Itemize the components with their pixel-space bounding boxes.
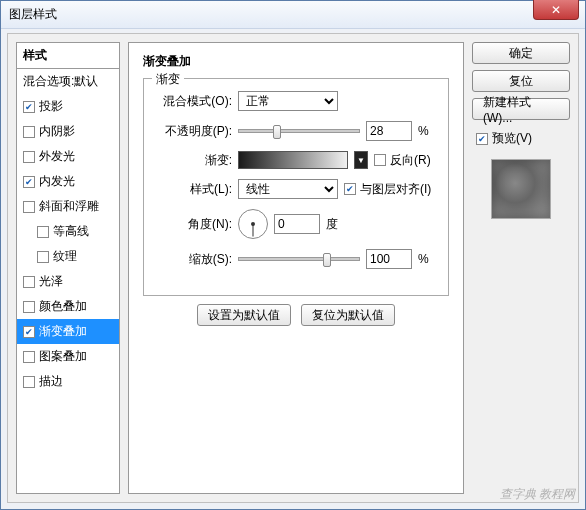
style-checkbox[interactable] <box>37 226 49 238</box>
scale-label: 缩放(S): <box>154 251 232 268</box>
window-title: 图层样式 <box>9 6 57 23</box>
style-item-11[interactable]: 描边 <box>17 369 119 394</box>
style-item-3[interactable]: 内发光 <box>17 169 119 194</box>
style-item-4[interactable]: 斜面和浮雕 <box>17 194 119 219</box>
style-item-8[interactable]: 颜色叠加 <box>17 294 119 319</box>
style-checkbox[interactable] <box>23 376 35 388</box>
angle-input[interactable] <box>274 214 320 234</box>
style-item-label: 等高线 <box>53 223 89 240</box>
gradient-group: 渐变 混合模式(O): 正常 不透明度(P): % 渐变: ▼ <box>143 78 449 296</box>
style-item-label: 渐变叠加 <box>39 323 87 340</box>
style-checkbox[interactable] <box>23 276 35 288</box>
angle-row: 角度(N): 度 <box>154 209 438 239</box>
panel-title: 渐变叠加 <box>143 53 449 70</box>
style-item-9[interactable]: 渐变叠加 <box>17 319 119 344</box>
style-item-label: 斜面和浮雕 <box>39 198 99 215</box>
reverse-checkbox-wrap[interactable]: 反向(R) <box>374 152 431 169</box>
align-label: 与图层对齐(I) <box>360 181 431 198</box>
gradient-group-legend: 渐变 <box>152 71 184 88</box>
gradient-style-select[interactable]: 线性 <box>238 179 338 199</box>
style-item-label: 光泽 <box>39 273 63 290</box>
opacity-unit: % <box>418 124 438 138</box>
styles-panel: 样式 混合选项:默认 投影内阴影外发光内发光斜面和浮雕等高线纹理光泽颜色叠加渐变… <box>16 42 120 494</box>
blend-mode-select[interactable]: 正常 <box>238 91 338 111</box>
right-panel: 确定 复位 新建样式(W)... 预览(V) <box>472 42 570 494</box>
scale-unit: % <box>418 252 438 266</box>
angle-dot-icon <box>251 222 255 226</box>
gradient-dropdown-button[interactable]: ▼ <box>354 151 368 169</box>
angle-unit: 度 <box>326 216 338 233</box>
reverse-checkbox[interactable] <box>374 154 386 166</box>
preview-thumbnail <box>491 159 551 219</box>
angle-label: 角度(N): <box>154 216 232 233</box>
gradient-overlay-panel: 渐变叠加 渐变 混合模式(O): 正常 不透明度(P): % 渐变: <box>128 42 464 494</box>
style-item-label: 投影 <box>39 98 63 115</box>
preview-checkbox[interactable] <box>476 133 488 145</box>
style-item-label: 外发光 <box>39 148 75 165</box>
opacity-slider-thumb[interactable] <box>273 125 281 139</box>
style-item-label: 描边 <box>39 373 63 390</box>
gradient-preview[interactable] <box>238 151 348 169</box>
opacity-input[interactable] <box>366 121 412 141</box>
style-item-10[interactable]: 图案叠加 <box>17 344 119 369</box>
style-checkbox[interactable] <box>23 301 35 313</box>
gradient-label: 渐变: <box>154 152 232 169</box>
align-checkbox[interactable] <box>344 183 356 195</box>
style-checkbox[interactable] <box>37 251 49 263</box>
layer-style-dialog: 图层样式 ✕ 样式 混合选项:默认 投影内阴影外发光内发光斜面和浮雕等高线纹理光… <box>0 0 586 510</box>
preview-checkbox-wrap[interactable]: 预览(V) <box>476 130 570 147</box>
opacity-slider[interactable] <box>238 129 360 133</box>
dialog-content: 样式 混合选项:默认 投影内阴影外发光内发光斜面和浮雕等高线纹理光泽颜色叠加渐变… <box>7 33 579 503</box>
set-default-button[interactable]: 设置为默认值 <box>197 304 291 326</box>
blending-options-item[interactable]: 混合选项:默认 <box>17 69 119 94</box>
style-item-2[interactable]: 外发光 <box>17 144 119 169</box>
scale-slider-thumb[interactable] <box>323 253 331 267</box>
style-row: 样式(L): 线性 与图层对齐(I) <box>154 179 438 199</box>
style-label: 样式(L): <box>154 181 232 198</box>
style-item-1[interactable]: 内阴影 <box>17 119 119 144</box>
style-checkbox[interactable] <box>23 351 35 363</box>
style-item-label: 内阴影 <box>39 123 75 140</box>
style-item-label: 图案叠加 <box>39 348 87 365</box>
cancel-button[interactable]: 复位 <box>472 70 570 92</box>
align-checkbox-wrap[interactable]: 与图层对齐(I) <box>344 181 431 198</box>
style-list: 混合选项:默认 投影内阴影外发光内发光斜面和浮雕等高线纹理光泽颜色叠加渐变叠加图… <box>16 69 120 494</box>
new-style-button[interactable]: 新建样式(W)... <box>472 98 570 120</box>
close-icon: ✕ <box>551 3 561 17</box>
titlebar[interactable]: 图层样式 ✕ <box>1 1 585 29</box>
gradient-row: 渐变: ▼ 反向(R) <box>154 151 438 169</box>
style-item-label: 颜色叠加 <box>39 298 87 315</box>
style-item-5[interactable]: 等高线 <box>17 219 119 244</box>
preview-label: 预览(V) <box>492 130 532 147</box>
styles-header: 样式 <box>16 42 120 69</box>
style-checkbox[interactable] <box>23 126 35 138</box>
angle-control[interactable] <box>238 209 268 239</box>
reverse-label: 反向(R) <box>390 152 431 169</box>
close-button[interactable]: ✕ <box>533 0 579 20</box>
opacity-label: 不透明度(P): <box>154 123 232 140</box>
style-item-label: 内发光 <box>39 173 75 190</box>
style-item-label: 纹理 <box>53 248 77 265</box>
style-item-7[interactable]: 光泽 <box>17 269 119 294</box>
ok-button[interactable]: 确定 <box>472 42 570 64</box>
blend-mode-row: 混合模式(O): 正常 <box>154 91 438 111</box>
default-buttons: 设置为默认值 复位为默认值 <box>143 304 449 326</box>
blend-mode-label: 混合模式(O): <box>154 93 232 110</box>
style-checkbox[interactable] <box>23 201 35 213</box>
style-item-6[interactable]: 纹理 <box>17 244 119 269</box>
scale-input[interactable] <box>366 249 412 269</box>
style-checkbox[interactable] <box>23 326 35 338</box>
style-item-0[interactable]: 投影 <box>17 94 119 119</box>
reset-default-button[interactable]: 复位为默认值 <box>301 304 395 326</box>
style-checkbox[interactable] <box>23 151 35 163</box>
style-checkbox[interactable] <box>23 101 35 113</box>
scale-row: 缩放(S): % <box>154 249 438 269</box>
scale-slider[interactable] <box>238 257 360 261</box>
style-checkbox[interactable] <box>23 176 35 188</box>
opacity-row: 不透明度(P): % <box>154 121 438 141</box>
